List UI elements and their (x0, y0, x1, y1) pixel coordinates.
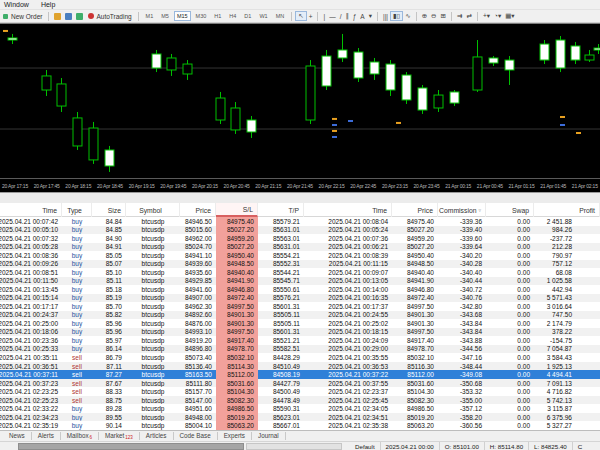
column-header-commission[interactable]: Commission▿ (438, 203, 486, 217)
timeframe-mn[interactable]: MN (273, 11, 288, 21)
cell: 88.75 (92, 396, 126, 405)
zoom-out-icon[interactable]: ⊖ (429, 12, 438, 20)
tab-journal[interactable]: Journal (252, 432, 286, 440)
timeframe-m5[interactable]: M5 (158, 11, 172, 21)
tab-news[interactable]: News (3, 432, 32, 440)
table-row[interactable]: 2025.04.21 02:23:25sell88.33btcusdp85157… (0, 387, 600, 396)
ohlc-field: C (572, 442, 587, 450)
autotrading-button[interactable]: AutoTrading (85, 11, 134, 22)
table-row[interactable]: 2025.04.21 00:05:10buy84.85btcusdp85015.… (0, 226, 600, 235)
tab-articles[interactable]: Articles (140, 432, 174, 440)
cell: 84917.40 (216, 336, 258, 345)
indicators-icon[interactable]: +▾ (481, 12, 492, 20)
auto-scroll-icon[interactable]: ⇉ (455, 12, 464, 20)
price-chart[interactable] (0, 23, 600, 178)
menu-item-help[interactable]: Help (41, 1, 55, 8)
column-header-symbol[interactable]: Symbol (126, 203, 180, 217)
column-header-sl[interactable]: S/L (216, 203, 258, 217)
text-icon[interactable]: A (358, 13, 366, 20)
column-header-profit[interactable]: Profit (534, 203, 600, 217)
chart-shift-icon[interactable]: ⇄ (464, 12, 473, 20)
profiles-icon[interactable] (65, 13, 72, 20)
timeframe-w1[interactable]: W1 (256, 11, 270, 21)
cell: buy (62, 421, 92, 430)
timeframe-h4[interactable]: H4 (226, 11, 239, 21)
tab-experts[interactable]: Experts (218, 432, 252, 440)
table-row[interactable]: 2025.04.21 00:05:28buy84.91btcusdp85024.… (0, 243, 600, 252)
panel-splitter[interactable] (0, 192, 600, 203)
table-row[interactable]: 2025.04.21 00:08:51buy85.10btcusdp84935.… (0, 268, 600, 277)
cell: 84978.70 (216, 345, 258, 354)
table-row[interactable]: 2025.04.21 02:33:22buy89.28btcusdp84951.… (0, 404, 600, 413)
profile-selector[interactable]: Default (350, 442, 380, 450)
tab-code-base[interactable]: Code Base (174, 432, 218, 440)
table-row[interactable]: 2025.04.21 00:13:45buy85.18btcusdp84941.… (0, 285, 600, 294)
metaeditor-icon[interactable] (76, 13, 83, 20)
candlestick-icon[interactable]: ▮▯ (390, 11, 403, 21)
separator (291, 12, 292, 21)
arrows-icon[interactable]: ▾ (367, 12, 374, 20)
timeframe-m30[interactable]: M30 (193, 11, 210, 21)
table-row[interactable]: 2025.04.21 02:34:23buy89.55btcusdp84948.… (0, 413, 600, 422)
cell: buy (62, 319, 92, 328)
table-row[interactable]: 2025.04.21 00:11:50buy85.11btcusdp84929.… (0, 277, 600, 286)
table-row[interactable]: 2025.04.21 00:15:14buy85.19btcusdp84907.… (0, 294, 600, 303)
cell: 85.18 (92, 285, 126, 294)
cell: 85027.20 (216, 243, 258, 252)
column-header-price[interactable]: Price (180, 203, 216, 217)
table-row[interactable]: 2025.04.21 00:37:23sell87.67btcusdp85111… (0, 379, 600, 388)
tab-alerts[interactable]: Alerts (32, 432, 61, 440)
cursor-icon[interactable]: ↖ (295, 11, 306, 21)
timeframe-m15[interactable]: M15 (174, 11, 191, 21)
tab-mailbox[interactable]: Mailbox6 (61, 432, 99, 440)
table-row[interactable]: 2025.04.21 00:24:37buy85.82btcusdp84892.… (0, 311, 600, 320)
timeframe-d1[interactable]: D1 (241, 11, 254, 21)
table-row[interactable]: 2025.04.21 02:25:23sell88.75btcusdp85147… (0, 396, 600, 405)
column-header-time[interactable]: Time (304, 203, 392, 217)
tile-windows-icon[interactable]: ⊞ (439, 12, 448, 20)
timeframe-m1[interactable]: M1 (143, 11, 157, 21)
table-row[interactable]: 2025.04.21 00:17:17buy85.70btcusdp84962.… (0, 302, 600, 311)
table-row[interactable]: 2025.04.21 00:08:36buy85.05btcusdp84941.… (0, 251, 600, 260)
cell: 0.00 (486, 217, 534, 226)
column-header-tp[interactable]: T/P (258, 203, 304, 217)
column-header-price[interactable]: Price (392, 203, 438, 217)
table-row[interactable]: 2025.04.21 00:25:33buy86.14btcusdp84896.… (0, 345, 600, 354)
table-row[interactable]: 2025.04.21 00:25:00buy85.96btcusdp84876.… (0, 319, 600, 328)
line-chart-icon[interactable]: ∿ (403, 12, 412, 20)
timeframe-h1[interactable]: H1 (211, 11, 224, 21)
column-header-time[interactable]: Time (0, 203, 62, 217)
table-row[interactable]: 2025.04.21 00:07:42buy84.84btcusdp84946.… (0, 217, 600, 226)
table-row[interactable]: 2025.04.21 00:35:11sell86.79btcusdp85073… (0, 353, 600, 362)
new-order-button[interactable]: New Order (8, 11, 45, 22)
table-row[interactable]: 2025.04.21 00:23:36buy85.97btcusdp84919.… (0, 336, 600, 345)
column-header-type[interactable]: Type (62, 203, 92, 217)
table-row[interactable]: 2025.04.21 00:37:11sell87.27btcusdp85163… (0, 370, 600, 379)
new-chart-icon[interactable] (54, 13, 61, 20)
cell: 2025.04.21 00:11:15 (304, 260, 392, 269)
table-row[interactable]: 2025.04.21 00:36:51sell87.11btcusdp85136… (0, 362, 600, 371)
periods-icon[interactable]: ◔▾ (492, 12, 503, 20)
zoom-in-icon[interactable]: ⊕ (420, 12, 429, 20)
channel-icon[interactable]: ∥ (343, 12, 350, 20)
column-header-size[interactable]: Size (92, 203, 126, 217)
bar-chart-icon[interactable]: ||| (381, 13, 390, 20)
fibonacci-icon[interactable]: ƒ (351, 13, 359, 20)
templates-icon[interactable]: ▦▾ (503, 12, 516, 20)
cell: 2025.04.21 00:24:37 (0, 311, 62, 320)
horizontal-line-icon[interactable]: — (327, 13, 338, 20)
menu-item-window[interactable]: Window (4, 1, 29, 8)
crosshair-icon[interactable]: + (307, 13, 315, 20)
table-row[interactable]: 2025.04.21 00:18:06buy85.96btcusdp84993.… (0, 328, 600, 337)
table-row[interactable]: 2025.04.21 00:07:32buy84.90btcusdp84962.… (0, 234, 600, 243)
table-row[interactable]: 2025.04.21 00:09:26buy85.07btcusdp84939.… (0, 260, 600, 269)
cell: 85.11 (92, 277, 126, 286)
cell: 85.07 (92, 260, 126, 269)
cell: 84929.85 (180, 277, 216, 286)
cell: 85019.20 (392, 413, 438, 422)
cell: 85582.51 (258, 345, 304, 354)
column-header-swap[interactable]: Swap (486, 203, 534, 217)
cell: 85116.30 (392, 362, 438, 371)
tab-market[interactable]: Market123 (99, 432, 140, 440)
table-row[interactable]: 2025.04.21 02:35:19buy90.14btcusdp85004.… (0, 421, 600, 430)
